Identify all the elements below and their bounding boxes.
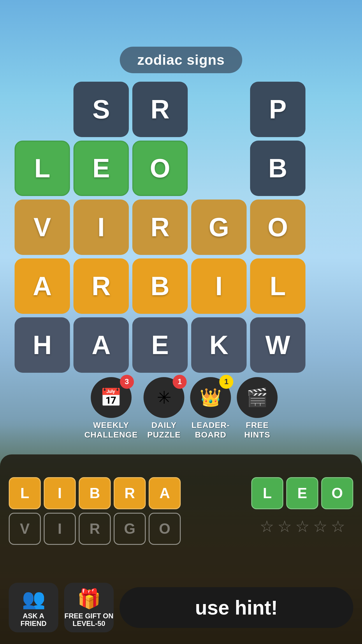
leo-tiles: L E O: [251, 477, 353, 509]
leaderboard-icon-circle: 👑 1: [190, 377, 231, 418]
tile-b2[interactable]: B: [132, 258, 188, 314]
virgo-i: I: [44, 513, 76, 545]
tile-r3[interactable]: R: [73, 258, 129, 314]
tile-p[interactable]: P: [250, 82, 305, 137]
libra-i: I: [44, 477, 76, 509]
weekly-challenge-icon-circle: 📅 3: [91, 377, 131, 418]
nav-weekly-challenge[interactable]: 📅 3 WEEKLYCHALLENGE: [84, 377, 138, 440]
libra-tiles: L I B R A: [9, 477, 181, 509]
grid-row: H A E K W: [15, 317, 305, 373]
leo-l: L: [251, 477, 283, 509]
libra-l: L: [9, 477, 41, 509]
virgo-r: R: [79, 513, 111, 545]
empty-cell: [191, 82, 247, 137]
tile-i[interactable]: I: [73, 200, 129, 255]
tile-k[interactable]: K: [191, 317, 247, 373]
grid-row: L E O B: [15, 141, 305, 196]
tile-a2[interactable]: A: [73, 317, 129, 373]
tile-s[interactable]: S: [73, 82, 129, 137]
nav-free-hints[interactable]: 🎬 FREEHINTS: [237, 377, 278, 440]
tile-g[interactable]: G: [191, 200, 247, 255]
virgo-v: V: [9, 513, 41, 545]
tile-o2[interactable]: O: [250, 200, 305, 255]
app-container: zodiac signs S R P L E O B V I R G O A: [0, 0, 362, 644]
daily-puzzle-label: DAILYPUZZLE: [147, 420, 181, 440]
found-words-area: L I B R A V I R G O L E O ☆ ☆: [9, 477, 353, 545]
virgo-g: G: [114, 513, 146, 545]
tile-e2[interactable]: E: [132, 317, 188, 373]
leo-e: E: [286, 477, 318, 509]
free-gift-button[interactable]: 🎁 FREE GIFT ONLEVEL-50: [64, 583, 114, 632]
leaderboard-badge: 1: [219, 375, 233, 389]
star-1: ☆: [260, 517, 274, 536]
nav-daily-puzzle[interactable]: ✳ 1 DAILYPUZZLE: [144, 377, 184, 440]
free-gift-icon: 🎁: [77, 588, 101, 610]
use-hint-label: use hint!: [195, 596, 277, 619]
ask-friend-button[interactable]: 👥 ASK AFRIEND: [9, 583, 58, 632]
leo-o: O: [321, 477, 353, 509]
star-3: ☆: [295, 517, 310, 536]
tile-h[interactable]: H: [15, 317, 70, 373]
tile-i2[interactable]: I: [191, 258, 247, 314]
virgo-tiles: V I R G O: [9, 513, 181, 545]
leaderboard-label: LEADER-BOARD: [191, 420, 230, 440]
daily-puzzle-badge: 1: [173, 375, 187, 389]
stars-row: ☆ ☆ ☆ ☆ ☆: [260, 517, 345, 536]
free-gift-label: FREE GIFT ONLEVEL-50: [64, 612, 113, 628]
star-5: ☆: [331, 517, 345, 536]
weekly-challenge-badge: 3: [120, 375, 134, 389]
found-words-left: L I B R A V I R G O: [9, 477, 181, 545]
leaderboard-icon: 👑: [200, 387, 222, 408]
tile-e[interactable]: E: [73, 141, 129, 196]
tile-a[interactable]: A: [15, 258, 70, 314]
tile-v[interactable]: V: [15, 200, 70, 255]
nav-bar: 📅 3 WEEKLYCHALLENGE ✳ 1 DAILYPUZZLE 👑 1 …: [84, 377, 277, 440]
tile-r[interactable]: R: [132, 82, 188, 137]
libra-r: R: [114, 477, 146, 509]
empty-cell: [191, 141, 247, 196]
nav-leaderboard[interactable]: 👑 1 LEADER-BOARD: [190, 377, 231, 440]
empty-cell: [15, 82, 70, 137]
found-words-right: L E O ☆ ☆ ☆ ☆ ☆: [251, 477, 353, 536]
weekly-challenge-label: WEEKLYCHALLENGE: [84, 420, 138, 440]
grid-row: S R P: [15, 82, 305, 137]
tile-r2[interactable]: R: [132, 200, 188, 255]
tile-o[interactable]: O: [132, 141, 188, 196]
free-hints-icon: 🎬: [246, 387, 268, 408]
use-hint-button[interactable]: use hint!: [120, 587, 353, 628]
tile-l[interactable]: L: [15, 141, 70, 196]
weekly-challenge-icon: 📅: [100, 387, 122, 408]
star-2: ☆: [277, 517, 292, 536]
daily-puzzle-icon: ✳: [157, 387, 171, 408]
tile-w[interactable]: W: [250, 317, 305, 373]
free-hints-icon-circle: 🎬: [237, 377, 278, 418]
letter-grid: S R P L E O B V I R G O A R B I L: [15, 82, 305, 373]
free-hints-label: FREEHINTS: [244, 420, 270, 440]
virgo-o: O: [149, 513, 181, 545]
ask-friend-icon: 👥: [22, 588, 45, 610]
tile-b[interactable]: B: [250, 141, 305, 196]
star-4: ☆: [313, 517, 327, 536]
grid-row: V I R G O: [15, 200, 305, 255]
libra-a: A: [149, 477, 181, 509]
grid-row: A R B I L: [15, 258, 305, 314]
bottom-actions: 👥 ASK AFRIEND 🎁 FREE GIFT ONLEVEL-50 use…: [9, 583, 353, 632]
category-label: zodiac signs: [120, 47, 242, 73]
libra-b: B: [79, 477, 111, 509]
tile-l[interactable]: L: [250, 258, 305, 314]
daily-puzzle-icon-circle: ✳ 1: [144, 377, 184, 418]
ask-friend-label: ASK AFRIEND: [20, 612, 46, 628]
